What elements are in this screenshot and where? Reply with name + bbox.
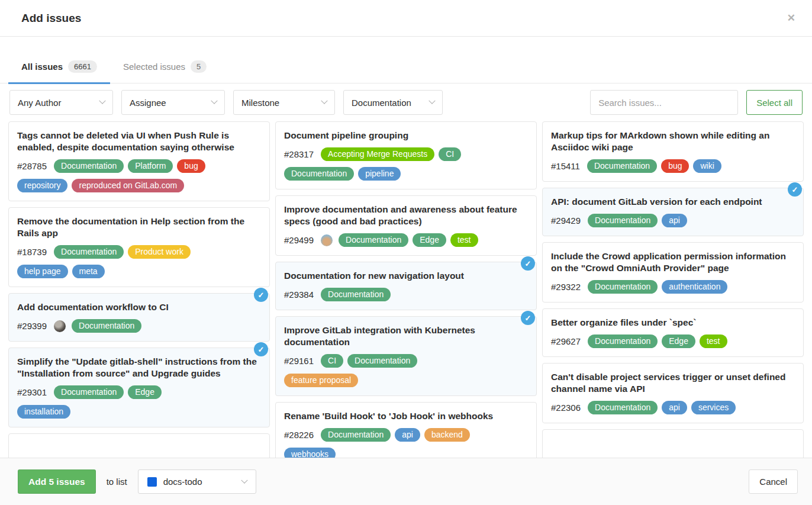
tab-count-badge: 6661 — [68, 60, 97, 73]
issue-meta-row: webhooks — [284, 448, 528, 458]
issue-meta-row: #15411Documentationbugwiki — [551, 159, 795, 173]
issue-label: Documentation — [54, 245, 124, 259]
issue-title: Improve documentation and awareness abou… — [284, 204, 528, 227]
issue-label: api — [662, 401, 687, 414]
issues-board: Tags cannot be deleted via UI when Push … — [0, 121, 812, 458]
issue-label: Accepting Merge Requests — [321, 147, 434, 161]
issue-label: meta — [72, 265, 105, 278]
issue-card[interactable]: Include the Crowd application permission… — [542, 242, 804, 303]
issue-label: repository — [17, 179, 67, 192]
issue-card[interactable]: Improve documentation and awareness abou… — [275, 195, 537, 256]
issue-label: services — [691, 401, 736, 414]
issue-number: #28785 — [17, 161, 47, 171]
issue-number: #29429 — [551, 215, 581, 226]
list-color-square — [147, 477, 157, 487]
chevron-down-icon — [428, 98, 435, 104]
issue-card[interactable]: Remove the documentation in Help section… — [8, 207, 270, 287]
dropdown-value: Assignee — [130, 98, 166, 108]
issue-card[interactable]: Improve GitLab integration with Kubernet… — [275, 316, 537, 396]
issue-card[interactable] — [542, 429, 804, 458]
issue-meta-row: #28226Documentationapibackend — [284, 428, 528, 442]
issue-title: API: document GitLab version for each en… — [551, 196, 795, 208]
label-filter-dropdown[interactable]: Documentation — [343, 90, 443, 115]
selected-check-icon: ✓ — [254, 342, 268, 356]
author-filter-dropdown[interactable]: Any Author — [9, 90, 113, 115]
issue-card[interactable] — [8, 433, 270, 458]
issue-number: #29399 — [17, 321, 47, 331]
issue-card[interactable]: API: document GitLab version for each en… — [542, 188, 804, 236]
issue-title: Improve GitLab integration with Kubernet… — [284, 324, 528, 348]
issue-meta-row: installation — [17, 405, 261, 419]
issue-card[interactable]: Markup tips for MArkdown shown while edi… — [542, 121, 804, 182]
issue-meta-row: #29499DocumentationEdgetest — [284, 233, 528, 247]
issue-title: Document pipeline grouping — [284, 130, 528, 141]
search-input[interactable] — [590, 90, 738, 115]
add-issues-modal: Add issues ✕ All issues 6661 Selected is… — [0, 0, 812, 505]
issue-label: installation — [17, 405, 70, 419]
issue-label: CI — [439, 147, 461, 161]
issue-card[interactable]: Tags cannot be deleted via UI when Push … — [8, 121, 270, 201]
issue-meta-row: #29322Documentationauthentication — [551, 280, 795, 294]
issue-label: authentication — [662, 280, 727, 294]
issue-card[interactable]: Document pipeline grouping#28317Acceptin… — [275, 121, 537, 189]
issue-title: Tags cannot be deleted via UI when Push … — [17, 130, 261, 153]
chevron-down-icon — [241, 477, 247, 483]
milestone-filter-dropdown[interactable]: Milestone — [233, 90, 335, 115]
selected-check-icon: ✓ — [788, 182, 802, 197]
issue-title: Simplify the "Update gitlab-shell" instr… — [17, 356, 261, 379]
issue-label: Documentation — [588, 334, 658, 348]
issue-meta-row: #29627DocumentationEdgetest — [551, 334, 795, 348]
tab-count-badge: 5 — [191, 60, 207, 73]
issue-label: Documentation — [588, 280, 658, 294]
tab-all-issues[interactable]: All issues 6661 — [8, 60, 110, 83]
add-issues-button[interactable]: Add 5 issues — [18, 469, 96, 494]
list-name: docs-todo — [163, 477, 202, 487]
issue-title: Can't disable project services trigger o… — [551, 371, 795, 395]
issue-label: bug — [177, 159, 205, 173]
board-column: Markup tips for MArkdown shown while edi… — [542, 121, 804, 458]
tab-label: Selected issues — [123, 62, 185, 72]
issue-label: feature proposal — [284, 374, 358, 387]
issue-card[interactable]: Add documentation workflow to CI#29399Do… — [8, 293, 270, 342]
issue-card[interactable]: Documentation for new navigation layout#… — [275, 262, 537, 310]
issue-meta-row: Documentationpipeline — [284, 167, 528, 181]
issue-label: Documentation — [588, 214, 658, 227]
issue-number: #28226 — [284, 430, 314, 440]
issue-label: bug — [661, 159, 689, 173]
issue-label: Documentation — [284, 167, 354, 181]
dropdown-value: Any Author — [18, 98, 61, 108]
issue-meta-row: repositoryreproduced on GitLab.com — [17, 179, 261, 192]
issue-meta-row: #29429Documentationapi — [551, 214, 795, 227]
list-select-dropdown[interactable]: docs-todo — [138, 469, 256, 494]
issue-label: Platform — [128, 159, 173, 173]
issue-meta-row: #28785DocumentationPlatformbug — [17, 159, 261, 173]
issue-label: Documentation — [72, 319, 141, 333]
issue-label: Documentation — [587, 159, 657, 173]
issue-meta-row: #29301DocumentationEdge — [17, 385, 261, 399]
board-column: Tags cannot be deleted via UI when Push … — [8, 121, 270, 458]
issue-label: Documentation — [588, 401, 658, 414]
issue-card[interactable]: Rename 'Build Hook' to 'Job Hook' in web… — [275, 402, 537, 458]
issue-card[interactable]: Better organize files under `spec`#29627… — [542, 308, 804, 357]
close-icon[interactable]: ✕ — [787, 13, 795, 23]
issue-label: Product work — [128, 245, 191, 259]
issue-meta-row: #28317Accepting Merge RequestsCI — [284, 147, 528, 161]
assignee-filter-dropdown[interactable]: Assignee — [121, 90, 225, 115]
to-list-label: to list — [107, 477, 127, 487]
issue-number: #29384 — [284, 290, 314, 300]
issue-label: pipeline — [358, 167, 401, 181]
issue-label: Edge — [128, 385, 162, 399]
issue-label: Documentation — [54, 159, 124, 173]
issue-label: Documentation — [347, 354, 417, 368]
issue-number: #15411 — [551, 161, 580, 171]
board-column: Document pipeline grouping#28317Acceptin… — [275, 121, 537, 458]
select-all-button[interactable]: Select all — [746, 90, 803, 115]
issue-number: #22306 — [551, 403, 581, 413]
issue-card[interactable]: Can't disable project services trigger o… — [542, 363, 804, 423]
cancel-button[interactable]: Cancel — [749, 469, 798, 494]
issue-meta-row: #29399Documentation — [17, 319, 261, 333]
issue-card[interactable]: Simplify the "Update gitlab-shell" instr… — [8, 348, 270, 427]
issue-label: backend — [424, 428, 470, 442]
tab-bar: All issues 6661 Selected issues 5 — [0, 37, 812, 83]
tab-selected-issues[interactable]: Selected issues 5 — [110, 60, 220, 83]
